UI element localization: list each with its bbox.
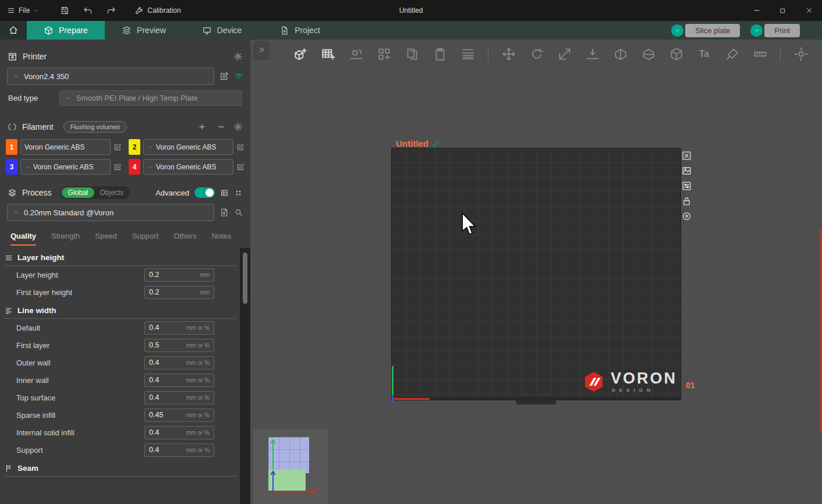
paint-support-button[interactable]: [722, 44, 742, 64]
redo-button[interactable]: [107, 6, 116, 15]
tab-others[interactable]: Others: [173, 232, 196, 246]
plate-name[interactable]: Untitled: [396, 139, 440, 148]
tab-preview[interactable]: Preview: [105, 21, 183, 40]
remove-filament-button[interactable]: [214, 123, 228, 131]
flushing-volumes-button[interactable]: Flushing volumes: [63, 121, 127, 133]
file-menu-label: File: [19, 6, 30, 15]
plate-label-button[interactable]: [681, 211, 692, 222]
settings-scrollbar[interactable]: [240, 248, 250, 504]
setting-input[interactable]: 0.4 mm or %: [144, 374, 214, 387]
delete-plate-button[interactable]: [681, 150, 692, 161]
split-to-objects-button[interactable]: [610, 44, 630, 64]
maximize-button[interactable]: [770, 0, 796, 21]
scope-objects-button[interactable]: Objects: [94, 187, 129, 198]
filament-settings-button[interactable]: [233, 122, 243, 132]
arrange-button[interactable]: [374, 44, 394, 64]
setting-input[interactable]: 0.4 mm or %: [144, 356, 214, 370]
add-object-button[interactable]: [290, 44, 310, 64]
slice-plate-button[interactable]: Slice plate: [685, 24, 740, 37]
setting-input[interactable]: 0.5 mm or %: [144, 339, 214, 352]
assembly-view-button[interactable]: [791, 44, 811, 64]
rotate-tool-button[interactable]: [526, 44, 547, 64]
lay-on-face-button[interactable]: [582, 44, 603, 64]
edit-filament-button[interactable]: [236, 143, 245, 151]
tab-speed[interactable]: Speed: [95, 232, 117, 246]
filament-color-badge[interactable]: 3: [6, 159, 17, 175]
parameter-table-button[interactable]: [220, 189, 229, 197]
slice-options-button[interactable]: [671, 24, 683, 37]
setting-input[interactable]: 0.2 mm: [144, 286, 214, 299]
process-preset-select[interactable]: 0.20mm Standard @Voron: [7, 204, 214, 221]
auto-orient-button[interactable]: [346, 44, 366, 64]
printer-settings-button[interactable]: [233, 52, 243, 61]
print-options-button[interactable]: [750, 24, 763, 37]
content-area: Printer Voron2.4 350 Bed type Smooth PEI…: [0, 40, 822, 504]
bed-type-label: Bed type: [8, 94, 59, 102]
tab-strength[interactable]: Strength: [51, 232, 80, 246]
edit-filament-button[interactable]: [236, 163, 245, 171]
print-button[interactable]: Print: [764, 24, 800, 37]
scrollbar-thumb[interactable]: [243, 253, 247, 304]
variable-layer-height-button[interactable]: [458, 44, 478, 64]
bed-type-select[interactable]: Smooth PEI Plate / High Temp Plate: [59, 90, 242, 106]
edit-printer-button[interactable]: [219, 72, 229, 81]
print-group: Print: [750, 24, 800, 37]
move-tool-button[interactable]: [498, 44, 519, 64]
filament-select-4[interactable]: Voron Generic ABS: [143, 159, 233, 175]
lock-plate-button[interactable]: [681, 196, 692, 207]
printer-select[interactable]: Voron2.4 350: [7, 68, 214, 85]
filament-color-badge[interactable]: 2: [129, 139, 140, 155]
paste-button[interactable]: [430, 44, 450, 64]
save-preset-button[interactable]: [219, 208, 229, 217]
tab-project[interactable]: Project: [261, 21, 339, 40]
filament-color-badge[interactable]: 4: [129, 159, 140, 175]
tab-prepare[interactable]: Prepare: [27, 21, 105, 40]
close-button[interactable]: [796, 0, 822, 21]
printer-row: Voron2.4 350: [0, 68, 250, 85]
printer-connection-button[interactable]: [234, 72, 243, 81]
home-button[interactable]: [0, 21, 27, 40]
tab-notes[interactable]: Notes: [211, 232, 231, 246]
save-button[interactable]: [60, 6, 69, 15]
plate-preview-button[interactable]: [681, 165, 692, 176]
filament-color-badge[interactable]: 1: [6, 139, 17, 155]
text-tool-button[interactable]: Ta: [694, 44, 714, 64]
build-plate[interactable]: VORON DESIGN: [391, 148, 681, 400]
section-title: Line width: [17, 306, 56, 315]
filament-select-2[interactable]: Voron Generic ABS: [143, 139, 233, 155]
setting-input[interactable]: 0.4 mm or %: [144, 426, 214, 439]
setting-input[interactable]: 0.4 mm or %: [144, 391, 214, 404]
setting-input[interactable]: 0.45 mm or %: [144, 409, 214, 422]
split-to-parts-button[interactable]: [638, 44, 658, 64]
tab-quality[interactable]: Quality: [10, 232, 36, 246]
tab-support[interactable]: Support: [132, 232, 159, 246]
edit-filament-button[interactable]: [114, 143, 122, 151]
plate-settings-button[interactable]: [681, 180, 692, 191]
mesh-boolean-button[interactable]: [666, 44, 686, 64]
file-menu-button[interactable]: File: [0, 0, 46, 21]
minimize-button[interactable]: [743, 0, 770, 21]
filament-select-1[interactable]: Voron Generic ABS: [20, 139, 111, 155]
viewport-3d[interactable]: Ta Untitled: [250, 40, 822, 504]
undo-button[interactable]: [83, 6, 93, 15]
calibration-button[interactable]: Calibration: [134, 6, 180, 15]
filament-select-3[interactable]: Voron Generic ABS: [20, 159, 111, 175]
advanced-toggle[interactable]: [194, 187, 215, 198]
measure-button[interactable]: [750, 44, 770, 64]
add-filament-button[interactable]: [195, 123, 209, 131]
sidebar-collapse-button[interactable]: [254, 41, 269, 58]
copy-button[interactable]: [402, 44, 422, 64]
setting-input[interactable]: 0.4 mm or %: [144, 443, 214, 457]
add-plate-button[interactable]: [318, 44, 338, 64]
voron-hexagon-icon: [583, 371, 605, 393]
setting-label: Sparse infill: [16, 411, 55, 420]
scale-tool-button[interactable]: [554, 44, 575, 64]
tab-device[interactable]: Device: [183, 21, 261, 40]
edit-filament-button[interactable]: [114, 163, 122, 171]
edit-icon: [219, 72, 229, 81]
setting-input[interactable]: 0.2 mm: [144, 268, 214, 282]
setting-input[interactable]: 0.4 mm or %: [144, 321, 214, 335]
search-settings-button[interactable]: [234, 208, 243, 217]
parameter-compare-button[interactable]: [234, 189, 243, 197]
scope-global-button[interactable]: Global: [62, 187, 95, 198]
